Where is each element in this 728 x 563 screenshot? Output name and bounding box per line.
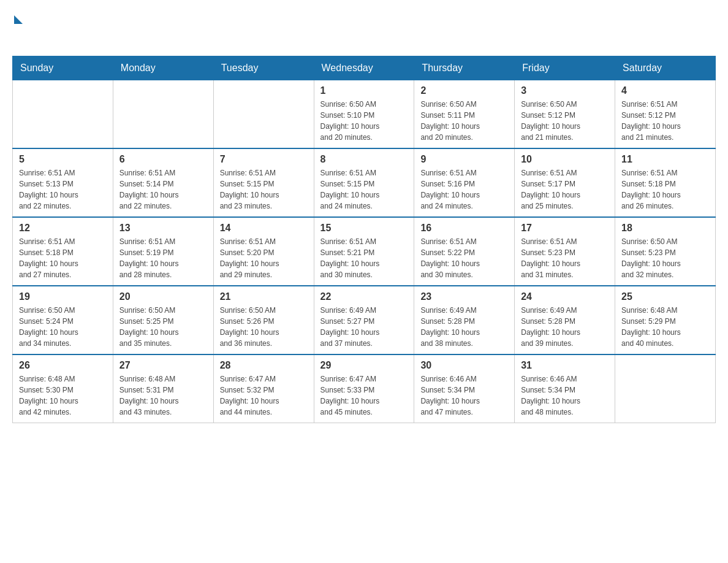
day-number: 21	[220, 291, 308, 302]
day-number: 27	[119, 360, 207, 371]
day-number: 11	[621, 154, 709, 165]
day-number: 6	[119, 154, 207, 165]
day-info: Sunrise: 6:51 AM Sunset: 5:22 PM Dayligh…	[420, 236, 508, 280]
day-number: 14	[220, 223, 308, 234]
day-number: 7	[220, 154, 308, 165]
calendar-cell: 19Sunrise: 6:50 AM Sunset: 5:24 PM Dayli…	[13, 286, 113, 354]
day-info: Sunrise: 6:51 AM Sunset: 5:18 PM Dayligh…	[19, 236, 107, 280]
day-info: Sunrise: 6:51 AM Sunset: 5:17 PM Dayligh…	[521, 167, 609, 212]
calendar-table: SundayMondayTuesdayWednesdayThursdayFrid…	[12, 56, 716, 423]
calendar-cell: 13Sunrise: 6:51 AM Sunset: 5:19 PM Dayli…	[113, 217, 213, 286]
day-info: Sunrise: 6:51 AM Sunset: 5:18 PM Dayligh…	[621, 167, 709, 212]
day-number: 25	[621, 291, 709, 302]
calendar-cell: 15Sunrise: 6:51 AM Sunset: 5:21 PM Dayli…	[314, 217, 414, 286]
calendar-cell: 31Sunrise: 6:46 AM Sunset: 5:34 PM Dayli…	[515, 354, 615, 423]
weekday-header-wednesday: Wednesday	[314, 56, 414, 80]
day-info: Sunrise: 6:50 AM Sunset: 5:26 PM Dayligh…	[220, 305, 308, 349]
day-info: Sunrise: 6:50 AM Sunset: 5:23 PM Dayligh…	[621, 236, 709, 280]
day-number: 8	[320, 154, 408, 165]
weekday-header-monday: Monday	[113, 56, 213, 80]
day-number: 18	[621, 223, 709, 234]
calendar-cell: 21Sunrise: 6:50 AM Sunset: 5:26 PM Dayli…	[213, 286, 314, 354]
calendar-cell: 5Sunrise: 6:51 AM Sunset: 5:13 PM Daylig…	[13, 148, 113, 217]
day-number: 10	[521, 154, 609, 165]
day-number: 9	[420, 154, 508, 165]
day-number: 12	[19, 223, 107, 234]
day-info: Sunrise: 6:50 AM Sunset: 5:24 PM Dayligh…	[19, 305, 107, 349]
calendar-cell: 4Sunrise: 6:51 AM Sunset: 5:12 PM Daylig…	[615, 80, 716, 149]
calendar-cell: 6Sunrise: 6:51 AM Sunset: 5:14 PM Daylig…	[113, 148, 213, 217]
weekday-header-friday: Friday	[515, 56, 615, 80]
week-row-1: 1Sunrise: 6:50 AM Sunset: 5:10 PM Daylig…	[13, 80, 716, 149]
calendar-cell: 8Sunrise: 6:51 AM Sunset: 5:15 PM Daylig…	[314, 148, 414, 217]
day-number: 5	[19, 154, 107, 165]
day-info: Sunrise: 6:51 AM Sunset: 5:16 PM Dayligh…	[420, 167, 508, 212]
calendar-cell	[615, 354, 716, 423]
calendar-cell	[113, 80, 213, 149]
calendar-cell: 30Sunrise: 6:46 AM Sunset: 5:34 PM Dayli…	[414, 354, 515, 423]
calendar-cell: 28Sunrise: 6:47 AM Sunset: 5:32 PM Dayli…	[213, 354, 314, 423]
weekday-header-sunday: Sunday	[13, 56, 113, 80]
day-number: 22	[320, 291, 408, 302]
day-info: Sunrise: 6:46 AM Sunset: 5:34 PM Dayligh…	[521, 373, 609, 418]
day-info: Sunrise: 6:51 AM Sunset: 5:19 PM Dayligh…	[119, 236, 207, 280]
calendar-cell: 9Sunrise: 6:51 AM Sunset: 5:16 PM Daylig…	[414, 148, 515, 217]
calendar-cell: 2Sunrise: 6:50 AM Sunset: 5:11 PM Daylig…	[414, 80, 515, 149]
day-info: Sunrise: 6:51 AM Sunset: 5:15 PM Dayligh…	[220, 167, 308, 212]
calendar-cell: 7Sunrise: 6:51 AM Sunset: 5:15 PM Daylig…	[213, 148, 314, 217]
calendar-cell: 22Sunrise: 6:49 AM Sunset: 5:27 PM Dayli…	[314, 286, 414, 354]
calendar-cell: 16Sunrise: 6:51 AM Sunset: 5:22 PM Dayli…	[414, 217, 515, 286]
calendar-cell: 18Sunrise: 6:50 AM Sunset: 5:23 PM Dayli…	[615, 217, 716, 286]
day-info: Sunrise: 6:51 AM Sunset: 5:15 PM Dayligh…	[320, 167, 408, 212]
day-number: 30	[420, 360, 508, 371]
page-header	[12, 12, 716, 44]
calendar-cell: 14Sunrise: 6:51 AM Sunset: 5:20 PM Dayli…	[213, 217, 314, 286]
day-info: Sunrise: 6:47 AM Sunset: 5:33 PM Dayligh…	[320, 373, 408, 418]
day-info: Sunrise: 6:48 AM Sunset: 5:30 PM Dayligh…	[19, 373, 107, 418]
weekday-header-thursday: Thursday	[414, 56, 515, 80]
day-number: 4	[621, 85, 709, 96]
day-number: 16	[420, 223, 508, 234]
day-info: Sunrise: 6:48 AM Sunset: 5:29 PM Dayligh…	[621, 305, 709, 349]
day-number: 20	[119, 291, 207, 302]
weekday-header-saturday: Saturday	[615, 56, 716, 80]
week-row-5: 26Sunrise: 6:48 AM Sunset: 5:30 PM Dayli…	[13, 354, 716, 423]
day-info: Sunrise: 6:46 AM Sunset: 5:34 PM Dayligh…	[420, 373, 508, 418]
day-info: Sunrise: 6:49 AM Sunset: 5:27 PM Dayligh…	[320, 305, 408, 349]
day-info: Sunrise: 6:51 AM Sunset: 5:12 PM Dayligh…	[621, 99, 709, 143]
logo	[12, 12, 23, 44]
day-info: Sunrise: 6:50 AM Sunset: 5:25 PM Dayligh…	[119, 305, 207, 349]
calendar-cell: 12Sunrise: 6:51 AM Sunset: 5:18 PM Dayli…	[13, 217, 113, 286]
calendar-cell: 10Sunrise: 6:51 AM Sunset: 5:17 PM Dayli…	[515, 148, 615, 217]
day-number: 23	[420, 291, 508, 302]
calendar-cell	[213, 80, 314, 149]
day-number: 3	[521, 85, 609, 96]
calendar-cell: 23Sunrise: 6:49 AM Sunset: 5:28 PM Dayli…	[414, 286, 515, 354]
day-info: Sunrise: 6:49 AM Sunset: 5:28 PM Dayligh…	[420, 305, 508, 349]
day-number: 29	[320, 360, 408, 371]
calendar-cell: 20Sunrise: 6:50 AM Sunset: 5:25 PM Dayli…	[113, 286, 213, 354]
calendar-cell: 26Sunrise: 6:48 AM Sunset: 5:30 PM Dayli…	[13, 354, 113, 423]
weekday-header-tuesday: Tuesday	[213, 56, 314, 80]
calendar-cell	[13, 80, 113, 149]
weekday-header-row: SundayMondayTuesdayWednesdayThursdayFrid…	[13, 56, 716, 80]
calendar-cell: 29Sunrise: 6:47 AM Sunset: 5:33 PM Dayli…	[314, 354, 414, 423]
day-number: 24	[521, 291, 609, 302]
day-info: Sunrise: 6:50 AM Sunset: 5:10 PM Dayligh…	[320, 99, 408, 143]
week-row-4: 19Sunrise: 6:50 AM Sunset: 5:24 PM Dayli…	[13, 286, 716, 354]
day-number: 15	[320, 223, 408, 234]
day-number: 28	[220, 360, 308, 371]
week-row-2: 5Sunrise: 6:51 AM Sunset: 5:13 PM Daylig…	[13, 148, 716, 217]
day-info: Sunrise: 6:51 AM Sunset: 5:20 PM Dayligh…	[220, 236, 308, 280]
calendar-cell: 27Sunrise: 6:48 AM Sunset: 5:31 PM Dayli…	[113, 354, 213, 423]
day-number: 13	[119, 223, 207, 234]
day-number: 31	[521, 360, 609, 371]
day-number: 2	[420, 85, 508, 96]
logo-arrow-icon	[14, 15, 23, 24]
day-info: Sunrise: 6:51 AM Sunset: 5:21 PM Dayligh…	[320, 236, 408, 280]
day-info: Sunrise: 6:49 AM Sunset: 5:28 PM Dayligh…	[521, 305, 609, 349]
calendar-cell: 1Sunrise: 6:50 AM Sunset: 5:10 PM Daylig…	[314, 80, 414, 149]
day-info: Sunrise: 6:51 AM Sunset: 5:14 PM Dayligh…	[119, 167, 207, 212]
day-number: 26	[19, 360, 107, 371]
day-info: Sunrise: 6:48 AM Sunset: 5:31 PM Dayligh…	[119, 373, 207, 418]
